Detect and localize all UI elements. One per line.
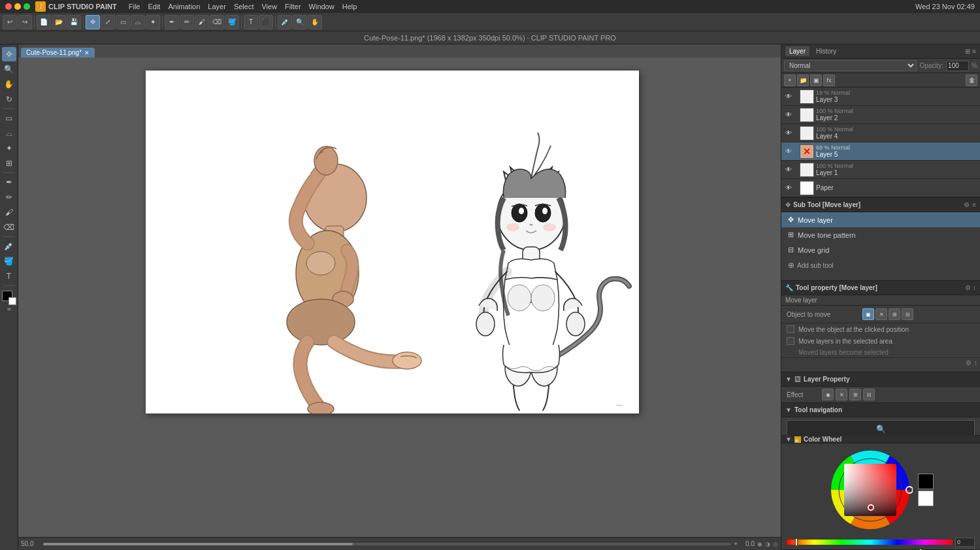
layer-visibility-3[interactable]: 👁 — [784, 92, 793, 101]
tool-select-lasso[interactable]: ⌓ — [2, 126, 16, 140]
toolbar-hand[interactable]: ✋ — [308, 15, 322, 29]
tool-fill[interactable]: 🪣 — [2, 254, 16, 268]
blend-mode-select[interactable]: Normal Multiply Screen — [784, 60, 917, 71]
toolbar-select-rect[interactable]: ▭ — [116, 15, 130, 29]
add-subtool-row[interactable]: ⊕ Add sub tool — [781, 257, 980, 273]
toolbar-wand[interactable]: ✦ — [146, 15, 160, 29]
toolbar-undo[interactable]: ↩ — [3, 15, 17, 29]
tool-prop-options[interactable]: ⚙ — [965, 284, 971, 291]
menu-edit[interactable]: Edit — [144, 2, 164, 11]
subtool-move-tone[interactable]: ⊞ Move tone pattern — [781, 227, 980, 242]
checkbox-move-clicked[interactable] — [787, 325, 794, 333]
canvas-drawing-area[interactable]: — — [146, 71, 639, 413]
menu-file[interactable]: File — [125, 2, 144, 11]
effect-btn1[interactable]: ◉ — [822, 389, 834, 400]
layer-icon2[interactable]: ≡ — [972, 48, 976, 55]
layer-row-5[interactable]: 👁 ✕ 69 % Normal Layer 5 — [781, 142, 980, 161]
layer-row-2[interactable]: 👁 100 % Normal Layer 2 — [781, 106, 980, 124]
layer-row-4[interactable]: 👁 100 % Normal Layer 4 — [781, 124, 980, 142]
layer-effect-btn[interactable]: fx — [823, 74, 835, 86]
tool-select-rect[interactable]: ▭ — [2, 111, 16, 125]
subtool-move-layer[interactable]: ✥ Move layer — [781, 212, 980, 227]
tool-pencil[interactable]: ✏ — [2, 190, 16, 204]
tool-magic-wand[interactable]: ✦ — [2, 141, 16, 155]
layer-visibility-paper[interactable]: 👁 — [784, 184, 793, 193]
subtool-expand-icon[interactable]: ≡ — [972, 201, 976, 208]
tool-nav-toggle[interactable]: ▼ — [785, 406, 792, 413]
toolbar-open[interactable]: 📂 — [52, 15, 66, 29]
color-wheel-svg[interactable] — [828, 447, 913, 532]
tool-pen[interactable]: ✒ — [2, 175, 16, 189]
h-value[interactable] — [955, 538, 975, 547]
layer-delete-btn[interactable]: 🗑 — [966, 74, 977, 86]
menu-animation[interactable]: Animation — [164, 2, 204, 11]
toolbar-brush[interactable]: 🖌 — [195, 15, 209, 29]
fg-color-swatch[interactable] — [918, 474, 934, 489]
maximize-button[interactable] — [24, 3, 30, 10]
toolbar-eraser[interactable]: ⌫ — [210, 15, 224, 29]
menu-view[interactable]: View — [257, 2, 281, 11]
zoom-plus[interactable]: + — [734, 540, 738, 547]
tool-brush[interactable]: 🖌 — [2, 205, 16, 219]
tool-eraser[interactable]: ⌫ — [2, 220, 16, 235]
menu-select[interactable]: Select — [230, 2, 258, 11]
toolbar-pencil[interactable]: ✏ — [180, 15, 194, 29]
layer-icon1[interactable]: ⊞ — [965, 48, 970, 55]
layer-row-paper[interactable]: 👁 Paper — [781, 179, 980, 197]
subtool-move-grid[interactable]: ⊟ Move grid — [781, 242, 980, 257]
subtool-options-icon[interactable]: ⚙ — [964, 201, 970, 208]
toolbar-eyedrop[interactable]: 💉 — [278, 15, 292, 29]
toolbar-fill[interactable]: 🪣 — [225, 15, 239, 29]
layer-visibility-2[interactable]: 👁 — [784, 110, 793, 120]
zoom-slider[interactable] — [43, 543, 731, 545]
toolbar-new[interactable]: 📄 — [37, 15, 51, 29]
obj-move-btn1[interactable]: ▣ — [862, 308, 874, 320]
canvas-tab-item[interactable]: Cute-Pose-11.png* ✕ — [21, 48, 95, 57]
tool-rotate-view[interactable]: ↻ — [2, 92, 16, 106]
layer-tab-layer[interactable]: Layer — [785, 46, 809, 56]
color-fg-swatch[interactable] — [2, 291, 16, 305]
tool-move[interactable]: ✥ — [2, 47, 16, 61]
tool-hand[interactable]: ✋ — [2, 77, 16, 91]
toolbar-move[interactable]: ✥ — [86, 15, 100, 29]
minimize-button[interactable] — [14, 3, 21, 10]
tool-zoom[interactable]: 🔍 — [2, 62, 16, 76]
toolbar-lasso[interactable]: ⌓ — [131, 15, 145, 29]
effect-btn4[interactable]: ⊟ — [863, 389, 875, 400]
menu-help[interactable]: Help — [338, 2, 361, 11]
layer-row-1[interactable]: 👁 100 % Normal Layer 1 — [781, 161, 980, 179]
layer-visibility-5[interactable]: 👁 — [784, 147, 793, 156]
menu-filter[interactable]: Filter — [281, 2, 304, 11]
effect-btn2[interactable]: ✕ — [836, 389, 847, 400]
tool-eyedrop[interactable]: 💉 — [2, 239, 16, 253]
layer-visibility-1[interactable]: 👁 — [784, 165, 793, 174]
layer-row-3[interactable]: 👁 19 % Normal Layer 3 — [781, 88, 980, 106]
layer-mask-btn[interactable]: ▣ — [810, 74, 822, 86]
layer-folder-btn[interactable]: 📁 — [797, 74, 809, 86]
menu-layer[interactable]: Layer — [204, 2, 230, 11]
opacity-input[interactable] — [946, 61, 969, 71]
checkbox-move-selected[interactable] — [787, 337, 794, 345]
tool-prop-icon1[interactable]: ⚙ — [966, 359, 972, 366]
canvas-tab-close[interactable]: ✕ — [84, 50, 90, 56]
toolbar-zoom[interactable]: 🔍 — [293, 15, 307, 29]
obj-move-btn2[interactable]: ✕ — [875, 308, 887, 320]
menu-window[interactable]: Window — [305, 2, 338, 11]
toolbar-text[interactable]: T — [244, 15, 258, 29]
obj-move-btn4[interactable]: ⊟ — [902, 308, 913, 320]
h-slider[interactable] — [787, 540, 953, 545]
swap-colors-icon[interactable]: ⇄ — [7, 307, 11, 312]
tool-text[interactable]: T — [2, 269, 16, 283]
bg-color-swatch[interactable] — [918, 491, 934, 506]
layer-new-btn[interactable]: + — [784, 74, 796, 86]
layer-property-toggle[interactable]: ▼ — [785, 376, 792, 383]
layer-visibility-4[interactable]: 👁 — [784, 129, 793, 138]
close-button[interactable] — [5, 3, 12, 10]
toolbar-gradient[interactable]: ⬛ — [259, 15, 273, 29]
tool-prop-expand[interactable]: ↕ — [973, 284, 976, 291]
canvas-zoom-value[interactable]: 50.0 — [21, 540, 41, 547]
effect-btn3[interactable]: ⊞ — [849, 389, 861, 400]
layer-tab-history[interactable]: History — [812, 46, 840, 56]
obj-move-btn3[interactable]: ⊞ — [889, 308, 900, 320]
color-wheel-toggle[interactable]: ▼ — [785, 436, 792, 443]
